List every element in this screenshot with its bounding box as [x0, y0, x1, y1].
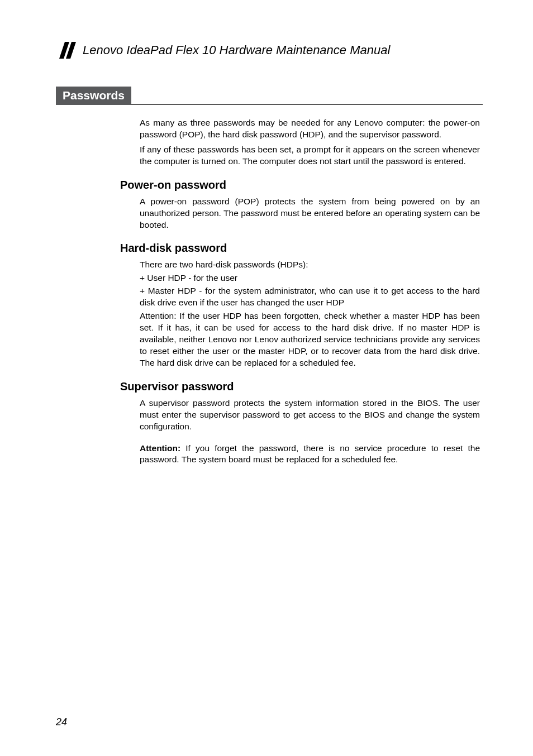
power-on-heading: Power-on password [120, 179, 483, 192]
hdp-item-user: + User HDP - for the user [140, 272, 480, 284]
section-header-block: Passwords [56, 87, 483, 105]
hard-disk-intro: There are two hard-disk passwords (HDPs)… [140, 259, 480, 271]
hard-disk-content: There are two hard-disk passwords (HDPs)… [140, 259, 480, 369]
power-on-content: A power-on password (POP) protects the s… [140, 196, 480, 231]
intro-paragraph-2: If any of these passwords has been set, … [140, 144, 480, 168]
hdp-item-master: + Master HDP - for the system administra… [140, 285, 480, 309]
supervisor-heading: Supervisor password [120, 380, 483, 393]
supervisor-attention: Attention: If you forget the password, t… [140, 443, 480, 466]
supervisor-text: A supervisor password protects the syste… [140, 398, 480, 433]
page-number: 24 [56, 716, 67, 728]
attention-text: If you forget the password, there is no … [140, 443, 480, 465]
hard-disk-attention: Attention: If the user HDP has been forg… [140, 310, 480, 369]
power-on-text: A power-on password (POP) protects the s… [140, 196, 480, 231]
section-title: Passwords [56, 87, 131, 105]
intro-paragraph-1: As many as three passwords may be needed… [140, 117, 480, 141]
attention-label: Attention: [140, 443, 180, 453]
document-header: Lenovo IdeaPad Flex 10 Hardware Maintena… [56, 42, 483, 59]
section-intro: As many as three passwords may be needed… [140, 117, 480, 168]
supervisor-content: A supervisor password protects the syste… [140, 398, 480, 466]
document-title: Lenovo IdeaPad Flex 10 Hardware Maintena… [83, 43, 390, 58]
hard-disk-heading: Hard-disk password [120, 242, 483, 255]
double-slash-icon [56, 42, 77, 59]
